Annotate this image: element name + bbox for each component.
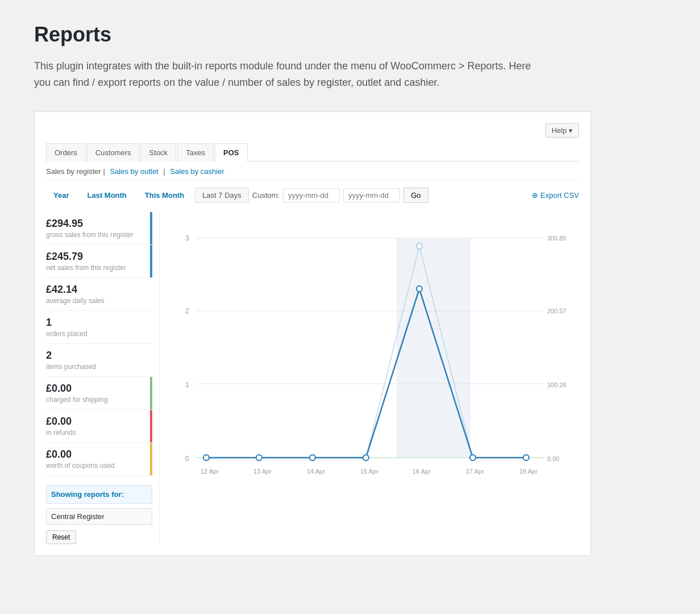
tab-stock[interactable]: Stock bbox=[141, 143, 177, 161]
export-csv-label: Export CSV bbox=[540, 191, 579, 200]
svg-text:14 Apr: 14 Apr bbox=[307, 468, 325, 475]
page-title: Reports bbox=[34, 23, 666, 47]
filter-year[interactable]: Year bbox=[46, 188, 76, 203]
svg-point-30 bbox=[363, 455, 369, 460]
stat-orders: 1 orders placed bbox=[46, 311, 152, 344]
stat-refunds-label: in refunds bbox=[46, 429, 152, 437]
date-to-input[interactable] bbox=[343, 188, 400, 202]
sub-nav-link-cashier[interactable]: Sales by cashier bbox=[170, 167, 224, 176]
svg-text:100.28: 100.28 bbox=[547, 381, 566, 388]
svg-rect-19 bbox=[397, 238, 470, 458]
svg-text:12 Apr: 12 Apr bbox=[201, 468, 219, 475]
sub-nav-link-outlet[interactable]: Sales by outlet bbox=[110, 167, 158, 176]
svg-text:300.85: 300.85 bbox=[547, 235, 566, 242]
svg-point-31 bbox=[416, 286, 422, 292]
stat-net-sales: £245.79 net sales from this register bbox=[46, 245, 152, 278]
stat-orders-label: orders placed bbox=[46, 330, 152, 338]
reports-container: Help ▾ Orders Customers Stock Taxes POS … bbox=[34, 111, 591, 556]
stat-avg-sales-value: £42.14 bbox=[46, 284, 152, 296]
sub-nav: Sales by register | Sales by outlet | Sa… bbox=[46, 167, 579, 181]
svg-text:2: 2 bbox=[185, 307, 189, 315]
reset-button[interactable]: Reset bbox=[46, 530, 76, 544]
stat-orders-value: 1 bbox=[46, 317, 152, 329]
chart-area: 3 2 1 0 300.85 200.57 100.28 0.00 12 Apr bbox=[169, 212, 579, 519]
tab-customers[interactable]: Customers bbox=[87, 143, 140, 161]
filter-this-month[interactable]: This Month bbox=[138, 188, 191, 203]
stat-refunds: £0.00 in refunds bbox=[46, 410, 152, 443]
svg-point-29 bbox=[310, 455, 315, 460]
stat-shipping-label: charged for shipping bbox=[46, 396, 152, 404]
filter-last-7-days[interactable]: Last 7 Days bbox=[195, 188, 249, 203]
stat-items-value: 2 bbox=[46, 350, 152, 362]
stat-net-bar bbox=[150, 245, 152, 277]
svg-text:1: 1 bbox=[185, 381, 189, 389]
go-button[interactable]: Go bbox=[403, 188, 428, 203]
svg-point-28 bbox=[256, 455, 262, 460]
svg-text:0: 0 bbox=[185, 455, 189, 463]
stat-gross-bar bbox=[150, 212, 152, 244]
svg-text:3: 3 bbox=[185, 234, 189, 242]
stat-refunds-bar bbox=[150, 410, 152, 442]
svg-text:13 Apr: 13 Apr bbox=[253, 468, 272, 475]
stat-coupons-value: £0.00 bbox=[46, 449, 152, 460]
stat-gross-sales-label: gross sales from this register bbox=[46, 231, 152, 239]
stat-refunds-value: £0.00 bbox=[46, 416, 152, 428]
main-content: £294.95 gross sales from this register £… bbox=[46, 212, 579, 544]
export-csv-icon: ⊕ bbox=[532, 191, 538, 200]
sub-nav-active: Sales by register bbox=[46, 167, 101, 176]
date-from-input[interactable] bbox=[283, 188, 340, 202]
sub-nav-separator2: | bbox=[163, 167, 167, 176]
page-description: This plugin integrates with the built-in… bbox=[34, 58, 545, 91]
stat-gross-sales: £294.95 gross sales from this register bbox=[46, 212, 152, 245]
sub-nav-separator: | bbox=[103, 167, 107, 176]
register-name: Central Register bbox=[46, 508, 152, 525]
tab-pos[interactable]: POS bbox=[215, 143, 247, 161]
showing-reports-section: Showing reports for: bbox=[46, 485, 152, 504]
svg-text:16 Apr: 16 Apr bbox=[413, 468, 431, 475]
stat-shipping-bar bbox=[150, 377, 152, 409]
custom-label: Custom: bbox=[252, 191, 280, 200]
stat-coupons-label: worth of coupons used bbox=[46, 462, 152, 470]
svg-point-27 bbox=[203, 455, 209, 460]
chart-panel: 3 2 1 0 300.85 200.57 100.28 0.00 12 Apr bbox=[160, 212, 579, 544]
svg-text:15 Apr: 15 Apr bbox=[360, 468, 378, 475]
filter-last-month[interactable]: Last Month bbox=[80, 188, 134, 203]
export-csv-link[interactable]: ⊕ Export CSV bbox=[532, 191, 579, 200]
stat-net-sales-label: net sales from this register bbox=[46, 264, 152, 272]
stat-items-label: items purchased bbox=[46, 363, 152, 371]
stat-coupons-bar bbox=[150, 443, 152, 475]
tab-taxes[interactable]: Taxes bbox=[177, 143, 214, 161]
chart-svg: 3 2 1 0 300.85 200.57 100.28 0.00 12 Apr bbox=[169, 212, 579, 519]
svg-text:200.57: 200.57 bbox=[547, 308, 566, 314]
stat-shipping-value: £0.00 bbox=[46, 383, 152, 395]
stat-avg-sales-label: average daily sales bbox=[46, 297, 152, 305]
svg-text:17 Apr: 17 Apr bbox=[466, 468, 484, 475]
tabs-row: Orders Customers Stock Taxes POS bbox=[46, 143, 579, 161]
stat-items: 2 items purchased bbox=[46, 344, 152, 377]
svg-point-24 bbox=[416, 243, 422, 249]
stat-avg-sales: £42.14 average daily sales bbox=[46, 278, 152, 311]
svg-text:0.00: 0.00 bbox=[547, 455, 559, 462]
stat-shipping: £0.00 charged for shipping bbox=[46, 377, 152, 410]
stat-net-sales-value: £245.79 bbox=[46, 251, 152, 263]
help-row: Help ▾ bbox=[46, 123, 579, 138]
svg-point-32 bbox=[470, 455, 476, 460]
stat-gross-sales-value: £294.95 bbox=[46, 218, 152, 230]
stat-coupons: £0.00 worth of coupons used bbox=[46, 443, 152, 476]
svg-point-33 bbox=[523, 455, 529, 460]
filter-bar: Year Last Month This Month Last 7 Days C… bbox=[46, 188, 579, 203]
stats-panel: £294.95 gross sales from this register £… bbox=[46, 212, 160, 544]
svg-text:18 Apr: 18 Apr bbox=[519, 468, 538, 475]
help-button[interactable]: Help ▾ bbox=[545, 123, 579, 138]
showing-reports-label: Showing reports for: bbox=[51, 490, 147, 499]
tab-orders[interactable]: Orders bbox=[46, 143, 86, 161]
